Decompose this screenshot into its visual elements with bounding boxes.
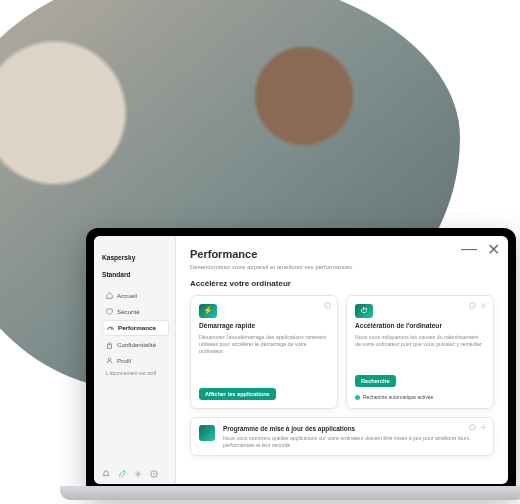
svg-point-12	[483, 427, 485, 429]
sidebar-item-label: Accueil	[117, 292, 137, 300]
brand-line1: Kaspersky	[102, 254, 135, 261]
monitor-bolt-icon: ⚡	[199, 304, 217, 318]
laptop-base	[60, 486, 520, 500]
info-icon[interactable]: i	[469, 302, 476, 311]
page-subtitle: Désencombrez votre appareil et améliorez…	[190, 264, 494, 272]
sidebar-item-label: Profil	[117, 357, 131, 365]
info-icon[interactable]: i	[324, 302, 331, 311]
gear-icon[interactable]	[480, 302, 487, 311]
sidebar-item-security[interactable]: Sécurité	[102, 305, 169, 319]
card-desc: Désactivez l'autodémarrage des applicati…	[199, 334, 329, 354]
shield-icon	[106, 308, 113, 315]
speedometer-icon: ⏱	[355, 304, 373, 318]
card-title: Démarrage rapide	[199, 322, 329, 330]
svg-rect-0	[107, 344, 111, 348]
svg-text:i: i	[472, 304, 473, 308]
sidebar-item-privacy[interactable]: Confidentialité	[102, 338, 169, 352]
leaf-icon[interactable]	[118, 470, 126, 478]
page-title: Performance	[190, 248, 494, 262]
bell-icon[interactable]	[102, 470, 110, 478]
show-apps-button[interactable]: Afficher les applications	[199, 388, 276, 400]
status-text: Recherche automatique activée	[363, 394, 433, 400]
main-panel: Performance Désencombrez votre appareil …	[176, 236, 508, 484]
laptop-frame: — ✕ Kaspersky Standard Accueil Sécurité	[86, 228, 516, 498]
card-app-updates: i Programme de mise à jour des applicati…	[190, 417, 494, 456]
svg-point-1	[108, 358, 111, 361]
card-row: i ⚡ Démarrage rapide Désactivez l'autodé…	[190, 295, 494, 409]
card-desc: Nous vous montrons quelles applications …	[223, 435, 485, 448]
window-controls: — ✕	[461, 240, 500, 259]
lock-icon	[106, 342, 113, 349]
sidebar-item-label: Performance	[118, 324, 156, 332]
sidebar-item-label: Confidentialité	[117, 341, 156, 349]
card-title: Programme de mise à jour des application…	[223, 425, 485, 433]
gear-icon[interactable]	[134, 470, 142, 478]
card-speed-up: i ⏱ Accélération de l'ordinateur Nous vo…	[346, 295, 494, 409]
svg-text:i: i	[472, 426, 473, 430]
user-icon	[106, 357, 113, 364]
svg-text:i: i	[327, 304, 328, 308]
card-quick-start: i ⚡ Démarrage rapide Désactivez l'autodé…	[190, 295, 338, 409]
svg-text:?: ?	[153, 472, 156, 477]
auto-scan-status: Recherche automatique activée	[355, 394, 485, 400]
sidebar: Kaspersky Standard Accueil Sécurité Perf…	[94, 236, 176, 484]
product-brand: Kaspersky Standard	[102, 246, 169, 279]
info-icon[interactable]: i	[469, 424, 476, 433]
gear-icon[interactable]	[480, 424, 487, 433]
sidebar-item-profile[interactable]: Profil L'abonnement est actif	[102, 354, 169, 379]
scan-button[interactable]: Recherche	[355, 375, 396, 387]
sidebar-item-home[interactable]: Accueil	[102, 289, 169, 303]
window-minimize[interactable]: —	[461, 240, 477, 259]
card-title: Accélération de l'ordinateur	[355, 322, 485, 330]
updates-icon	[199, 425, 215, 441]
window-close[interactable]: ✕	[487, 240, 500, 259]
subscription-status: L'abonnement est actif	[106, 370, 156, 376]
section-heading: Accélérez votre ordinateur	[190, 279, 494, 289]
sidebar-footer: ?	[102, 470, 167, 478]
card-desc: Nous vous indiquerons les causes du rale…	[355, 334, 485, 347]
status-dot-icon	[355, 395, 360, 400]
brand-line2: Standard	[102, 271, 131, 278]
sidebar-nav: Accueil Sécurité Performance Confidentia…	[102, 289, 169, 379]
sidebar-item-performance[interactable]: Performance	[102, 320, 169, 336]
svg-point-2	[137, 473, 139, 475]
help-icon[interactable]: ?	[150, 470, 158, 478]
sidebar-item-label: Sécurité	[117, 308, 140, 316]
gauge-icon	[107, 325, 114, 332]
svg-point-9	[483, 305, 485, 307]
app-screen: Kaspersky Standard Accueil Sécurité Perf…	[94, 236, 508, 484]
home-icon	[106, 292, 113, 299]
